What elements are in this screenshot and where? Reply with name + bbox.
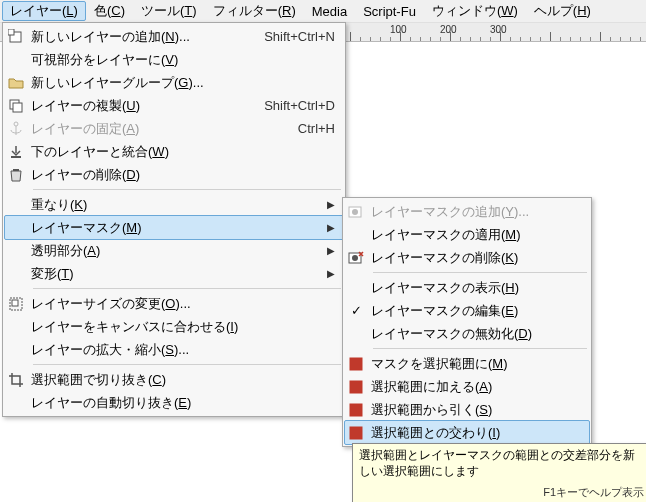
menu-item-label: レイヤーマスクの追加(Y)... xyxy=(367,203,581,221)
layer-mask-menu-item[interactable]: レイヤーマスクの無効化(D) xyxy=(345,322,589,345)
menu-item-label: 選択範囲から引く(S) xyxy=(367,401,581,419)
layer-menu-item[interactable]: 重なり(K)▶ xyxy=(5,193,343,216)
submenu-arrow-icon: ▶ xyxy=(325,222,335,233)
submenu-arrow-icon: ▶ xyxy=(325,268,335,279)
menubar-item[interactable]: Script-Fu xyxy=(355,3,424,20)
layer-mask-submenu: レイヤーマスクの追加(Y)...レイヤーマスクの適用(M)レイヤーマスクの削除(… xyxy=(342,197,592,447)
sel-red-icon xyxy=(345,399,367,421)
layer-menu-item: レイヤーの固定(A)Ctrl+H xyxy=(5,117,343,140)
menu-item-label: レイヤーの複製(U) xyxy=(27,97,264,115)
menu-item-label: 選択範囲で切り抜き(C) xyxy=(27,371,335,389)
anchor-icon xyxy=(5,118,27,140)
no-icon xyxy=(345,224,367,246)
no-icon xyxy=(5,217,27,239)
tooltip-help: F1キーでヘルプ表示 xyxy=(359,485,644,500)
layer-mask-menu-item[interactable]: 選択範囲に加える(A) xyxy=(345,375,589,398)
ruler-tick: 200 xyxy=(450,23,451,41)
menu-item-label: 選択範囲との交わり(I) xyxy=(367,424,581,442)
layer-mask-menu-item: レイヤーマスクの追加(Y)... xyxy=(345,200,589,223)
menu-item-label: 透明部分(A) xyxy=(27,242,325,260)
svg-rect-1 xyxy=(8,29,14,35)
accelerator: Shift+Ctrl+N xyxy=(264,29,335,44)
menu-item-label: 新しいレイヤーグループ(G)... xyxy=(27,74,335,92)
no-icon xyxy=(5,194,27,216)
delete-icon xyxy=(5,164,27,186)
menubar-item[interactable]: Media xyxy=(304,3,355,20)
svg-rect-17 xyxy=(350,381,362,393)
menu-item-label: 可視部分をレイヤーに(V) xyxy=(27,51,335,69)
menu-separator xyxy=(33,189,341,190)
layer-mask-menu-item[interactable]: 選択範囲から引く(S) xyxy=(345,398,589,421)
menu-item-label: 下のレイヤーと統合(W) xyxy=(27,143,335,161)
menu-item-label: 選択範囲に加える(A) xyxy=(367,378,581,396)
no-icon xyxy=(5,316,27,338)
svg-rect-7 xyxy=(13,169,19,171)
layer-menu-item[interactable]: レイヤーの削除(D) xyxy=(5,163,343,186)
duplicate-icon xyxy=(5,95,27,117)
layer-menu-item[interactable]: 選択範囲で切り抜き(C) xyxy=(5,368,343,391)
tooltip: 選択範囲とレイヤーマスクの範囲との交差部分を新しい選択範囲にします F1キーでヘ… xyxy=(352,443,646,502)
menubar-item[interactable]: フィルター(R) xyxy=(205,1,304,21)
menu-item-label: レイヤーをキャンバスに合わせる(I) xyxy=(27,318,335,336)
layer-menu-item[interactable]: レイヤーサイズの変更(O)... xyxy=(5,292,343,315)
menu-item-label: レイヤーマスク(M) xyxy=(27,219,325,237)
layer-mask-menu-item[interactable]: レイヤーマスクの表示(H) xyxy=(345,276,589,299)
ruler-tick xyxy=(550,23,551,41)
sel-red-icon xyxy=(345,353,367,375)
svg-rect-16 xyxy=(350,358,362,370)
layer-mask-menu-item[interactable]: 選択範囲との交わり(I) xyxy=(344,420,590,445)
menu-item-label: レイヤーの拡大・縮小(S)... xyxy=(27,341,335,359)
menu-item-label: 新しいレイヤーの追加(N)... xyxy=(27,28,264,46)
menubar-item[interactable]: 色(C) xyxy=(86,1,133,21)
check-mark: ✓ xyxy=(345,303,367,318)
layer-menu-item[interactable]: 可視部分をレイヤーに(V) xyxy=(5,48,343,71)
layer-menu-item[interactable]: レイヤーをキャンバスに合わせる(I) xyxy=(5,315,343,338)
svg-rect-19 xyxy=(350,427,362,439)
no-icon xyxy=(5,392,27,414)
layer-menu-item[interactable]: レイヤーの自動切り抜き(E) xyxy=(5,391,343,414)
menubar-item[interactable]: ウィンドウ(W) xyxy=(424,1,526,21)
layer-mask-menu-item[interactable]: レイヤーマスクの適用(M) xyxy=(345,223,589,246)
menu-separator xyxy=(373,348,587,349)
layer-menu-item[interactable]: レイヤーマスク(M)▶ xyxy=(4,215,344,240)
layer-menu-item[interactable]: 透明部分(A)▶ xyxy=(5,239,343,262)
menubar: レイヤー(L)色(C)ツール(T)フィルター(R)MediaScript-Fuウ… xyxy=(0,0,646,23)
menu-item-label: 重なり(K) xyxy=(27,196,325,214)
layer-mask-menu-item[interactable]: レイヤーマスクの削除(K) xyxy=(345,246,589,269)
layer-menu-item[interactable]: レイヤーの複製(U)Shift+Ctrl+D xyxy=(5,94,343,117)
menu-item-label: レイヤーの自動切り抜き(E) xyxy=(27,394,335,412)
crop-icon xyxy=(5,369,27,391)
layer-mask-menu-item[interactable]: マスクを選択範囲に(M) xyxy=(345,352,589,375)
resize-icon xyxy=(5,293,27,315)
layer-menu-item[interactable]: レイヤーの拡大・縮小(S)... xyxy=(5,338,343,361)
menubar-item[interactable]: レイヤー(L) xyxy=(2,1,86,21)
mask-add-icon xyxy=(345,201,367,223)
layer-menu-item[interactable]: 新しいレイヤーの追加(N)...Shift+Ctrl+N xyxy=(5,25,343,48)
layer-menu-item[interactable]: 変形(T)▶ xyxy=(5,262,343,285)
layer-menu-item[interactable]: 新しいレイヤーグループ(G)... xyxy=(5,71,343,94)
svg-point-13 xyxy=(352,255,358,261)
accelerator: Ctrl+H xyxy=(298,121,335,136)
layer-menu-item[interactable]: 下のレイヤーと統合(W) xyxy=(5,140,343,163)
accelerator: Shift+Ctrl+D xyxy=(264,98,335,113)
menubar-item[interactable]: ツール(T) xyxy=(133,1,205,21)
svg-rect-9 xyxy=(12,300,18,306)
svg-rect-18 xyxy=(350,404,362,416)
mask-del-icon xyxy=(345,247,367,269)
menubar-item[interactable]: ヘルプ(H) xyxy=(526,1,599,21)
svg-point-11 xyxy=(352,209,358,215)
menu-item-label: レイヤーの固定(A) xyxy=(27,120,298,138)
no-icon xyxy=(5,240,27,262)
layer-mask-menu-item[interactable]: ✓レイヤーマスクの編集(E) xyxy=(345,299,589,322)
ruler-tick xyxy=(600,23,601,41)
submenu-arrow-icon: ▶ xyxy=(325,245,335,256)
merge-down-icon xyxy=(5,141,27,163)
sel-red-icon xyxy=(345,376,367,398)
new-layer-icon xyxy=(5,26,27,48)
layer-menu-dropdown: 新しいレイヤーの追加(N)...Shift+Ctrl+N可視部分をレイヤーに(V… xyxy=(2,22,346,417)
tooltip-text: 選択範囲とレイヤーマスクの範囲との交差部分を新しい選択範囲にします xyxy=(359,447,644,479)
menu-item-label: 変形(T) xyxy=(27,265,325,283)
svg-rect-6 xyxy=(11,156,21,158)
layer-group-icon xyxy=(5,72,27,94)
no-icon xyxy=(5,263,27,285)
